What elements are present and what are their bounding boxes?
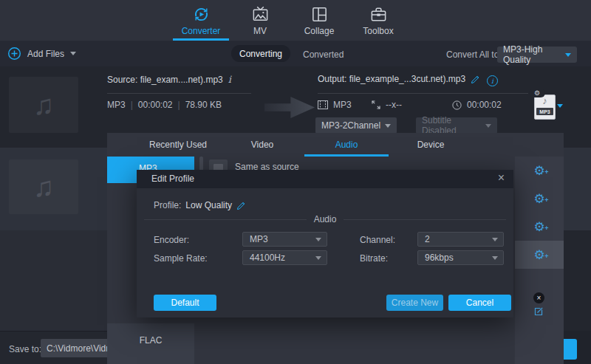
edit-pencil-icon[interactable] (471, 75, 480, 84)
nav-tab-label: Toolbox (363, 26, 393, 36)
format-item-flac[interactable]: FLAC (107, 323, 194, 364)
profile-label: Profile: (154, 200, 181, 210)
tab-converting[interactable]: Converting (231, 45, 290, 62)
channel-label: Channel: (360, 235, 395, 245)
sample-rate-dropdown[interactable]: 44100Hz (242, 250, 327, 265)
encoder-dropdown[interactable]: MP3 (242, 232, 327, 247)
gear-plus-icon: ⚙ (533, 220, 544, 234)
music-note-icon: ♫ (33, 171, 55, 203)
create-new-button[interactable]: Create New (386, 295, 443, 311)
converting-label: Converting (239, 49, 282, 59)
main-nav: Converter MV Collage (0, 0, 591, 41)
output-format: MP3 (333, 100, 352, 110)
profile-value: Low Quality (185, 200, 232, 210)
output-info-icon[interactable]: i (487, 75, 498, 86)
nav-tab-label: Collage (304, 26, 335, 36)
chevron-down-icon (70, 52, 76, 55)
output-meta: MP3 (318, 100, 352, 110)
tab-audio[interactable]: Audio (304, 133, 389, 157)
panel-tab-label: Device (417, 140, 445, 150)
divider (318, 93, 528, 94)
channel-dropdown[interactable]: 2 (417, 232, 504, 247)
duration-value: 00:00:02 (467, 100, 502, 110)
cancel-button[interactable]: Cancel (448, 295, 511, 311)
tab-converted[interactable]: Converted (303, 49, 344, 60)
subtitle-dropdown[interactable]: Subtitle Disabled (416, 117, 497, 134)
nav-tab-label: MV (253, 26, 267, 36)
tab-mv[interactable]: MV (230, 0, 290, 41)
profile-settings-sidebar: ⚙+ ⚙+ ⚙+ ⚙+ × (515, 157, 564, 364)
add-circle-icon (7, 47, 21, 61)
gear-plus-icon: ⚙ (533, 248, 544, 262)
add-files-button[interactable]: Add Files (7, 47, 76, 61)
bitrate-label: Bitrate: (360, 253, 388, 264)
bitrate-value: 96kbps (425, 253, 492, 263)
tab-device[interactable]: Device (389, 133, 473, 157)
collage-icon (310, 5, 329, 24)
edit-square-icon (533, 306, 544, 317)
output-profile-dropdown[interactable]: MP3-2Channel (315, 117, 397, 134)
section-title: Audio (314, 214, 337, 224)
tv-icon (251, 5, 270, 24)
dialog-title: Edit Profile (151, 174, 194, 184)
chevron-down-icon (485, 124, 491, 128)
close-icon: × (537, 294, 542, 302)
format-panel-tabs: Recently Used Video Audio Device (136, 133, 473, 157)
sidebar-close-button[interactable]: × (533, 292, 544, 303)
default-button-label: Default (171, 298, 199, 308)
output-file-icon[interactable]: ♪ MP3 (534, 95, 556, 120)
profile-settings-button-1[interactable]: ⚙+ (515, 157, 564, 185)
profile-settings-button-2[interactable]: ⚙+ (515, 185, 564, 213)
tab-toolbox[interactable]: Toolbox (349, 0, 408, 41)
gear-plus-icon: ⚙ (533, 192, 544, 206)
audio-thumbnail-1: ♫ (9, 77, 78, 133)
convert-all-value: MP3-High Quality (503, 44, 565, 65)
tab-converter[interactable]: Converter (171, 0, 230, 41)
info-glyph: i (491, 78, 493, 85)
convert-all-to-label: Convert All to: (446, 49, 502, 60)
film-icon (318, 100, 328, 109)
create-new-button-label: Create New (392, 298, 438, 308)
tab-video[interactable]: Video (220, 133, 304, 157)
chevron-down-icon (492, 238, 498, 241)
tab-recently-used[interactable]: Recently Used (136, 133, 220, 157)
sidebar-edit-button[interactable] (533, 306, 544, 319)
resolution-value: --x-- (386, 100, 402, 110)
chevron-down-icon (385, 124, 391, 128)
bitrate-dropdown[interactable]: 96kbps (417, 250, 504, 265)
app-window: Converter MV Collage (0, 0, 591, 364)
audio-section-divider: Audio (144, 214, 506, 224)
separator: | (178, 100, 180, 110)
chevron-down-icon (492, 256, 498, 260)
music-note-icon: ♫ (33, 89, 55, 121)
convert-all-dropdown[interactable]: MP3-High Quality (497, 47, 577, 63)
plus-glyph: + (544, 250, 548, 263)
chevron-down-icon (315, 238, 321, 241)
panel-tab-label: Video (251, 140, 273, 150)
dialog-close-button[interactable]: × (498, 171, 505, 185)
encoder-value: MP3 (250, 234, 315, 244)
sample-rate-label: Sample Rate: (154, 253, 208, 264)
source-filename: Source: file_exam....net).mp3 (107, 75, 223, 85)
output-filename: Output: file_example_...3cut.net).mp3 (318, 74, 465, 84)
chevron-down-icon (315, 256, 321, 260)
profile-settings-button-4-active[interactable]: ⚙+ (515, 241, 564, 269)
toolbox-icon (369, 5, 388, 24)
encoder-label: Encoder: (154, 235, 189, 245)
edit-pencil-icon[interactable] (236, 201, 246, 210)
settings-gear-badge[interactable]: ⚙ (529, 89, 545, 97)
chevron-down-icon[interactable] (557, 104, 563, 108)
output-resolution: --x-- (372, 100, 402, 110)
info-icon[interactable]: i (228, 74, 231, 85)
file-format-badge: MP3 (536, 108, 553, 115)
expand-icon (372, 100, 380, 109)
channel-value: 2 (425, 234, 492, 244)
file-list-background (564, 230, 591, 331)
convert-all-button-partial[interactable] (564, 339, 577, 360)
clock-icon (452, 100, 462, 110)
divider (344, 219, 506, 220)
profile-settings-button-3[interactable]: ⚙+ (515, 213, 564, 241)
dialog-header: Edit Profile × (137, 170, 513, 188)
tab-collage[interactable]: Collage (290, 0, 349, 41)
default-button[interactable]: Default (154, 295, 216, 311)
